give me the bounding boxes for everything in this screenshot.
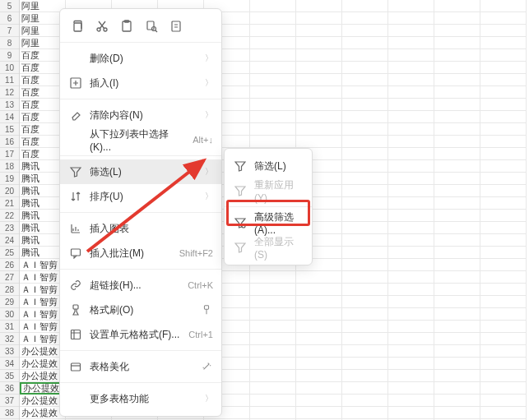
submenu-filter[interactable]: 筛选(L) (225, 154, 312, 178)
cell[interactable] (388, 271, 434, 284)
cell[interactable] (388, 210, 434, 222)
cell[interactable] (388, 222, 434, 234)
cell[interactable] (250, 123, 296, 136)
paste-icon[interactable] (118, 17, 136, 35)
menu-cell-format[interactable]: 设置单元格格式(F)... Ctrl+1 (60, 322, 221, 347)
cell[interactable] (296, 49, 342, 62)
cell[interactable] (250, 37, 296, 49)
cell[interactable] (480, 333, 527, 345)
menu-hyperlink[interactable]: 超链接(H)... Ctrl+K (60, 273, 221, 298)
cell[interactable] (296, 123, 342, 136)
cell[interactable] (296, 99, 342, 111)
cell[interactable] (388, 148, 434, 160)
cell[interactable] (388, 0, 434, 12)
cell[interactable] (342, 185, 388, 197)
cell[interactable] (434, 259, 480, 271)
submenu-show-all[interactable]: 全部显示(S) (225, 235, 312, 260)
cell[interactable] (296, 284, 342, 296)
cell[interactable] (342, 222, 388, 234)
row-header[interactable]: 13 (0, 99, 19, 111)
cell[interactable] (296, 271, 342, 284)
row-header[interactable]: 8 (0, 37, 19, 49)
cell[interactable] (388, 395, 434, 407)
cell[interactable] (388, 136, 434, 148)
cell[interactable] (480, 247, 527, 259)
submenu-reapply[interactable]: 重新应用(Y) (225, 178, 312, 203)
cell[interactable] (296, 111, 342, 123)
cell[interactable] (388, 407, 434, 419)
cell[interactable] (434, 99, 480, 111)
cell[interactable] (388, 358, 434, 370)
cell[interactable] (388, 99, 434, 111)
cell[interactable] (342, 37, 388, 49)
cell[interactable] (342, 395, 388, 407)
cell[interactable] (434, 37, 480, 49)
cell[interactable] (250, 25, 296, 37)
row-header[interactable]: 32 (0, 333, 19, 345)
cell[interactable] (480, 62, 527, 74)
cell[interactable] (296, 407, 342, 419)
cell[interactable] (434, 160, 480, 173)
row-header[interactable]: 34 (0, 358, 19, 370)
cell[interactable] (388, 308, 434, 321)
row-header[interactable]: 35 (0, 370, 19, 382)
cell[interactable] (250, 136, 296, 148)
cell[interactable] (250, 345, 296, 358)
cell[interactable] (388, 234, 434, 247)
row-header[interactable]: 37 (0, 395, 19, 407)
row-header[interactable]: 19 (0, 173, 19, 185)
cell[interactable] (434, 210, 480, 222)
cell[interactable] (434, 49, 480, 62)
cell[interactable] (434, 321, 480, 333)
cell[interactable] (296, 62, 342, 74)
cell[interactable] (388, 25, 434, 37)
cell[interactable] (480, 407, 527, 419)
cell[interactable] (342, 296, 388, 308)
cell[interactable] (388, 37, 434, 49)
menu-dropdown-select[interactable]: 从下拉列表中选择(K)... Alt+↓ (60, 127, 221, 152)
cell[interactable] (250, 407, 296, 419)
cell[interactable] (434, 185, 480, 197)
cell[interactable] (250, 321, 296, 333)
cell[interactable] (342, 173, 388, 185)
filter-submenu[interactable]: 筛选(L) 重新应用(Y) 高级筛选(A)... 全部显示(S) (224, 148, 313, 265)
menu-delete[interactable]: 删除(D) 〉 (60, 46, 221, 71)
cell[interactable] (434, 222, 480, 234)
cell[interactable] (388, 160, 434, 173)
cell[interactable] (480, 345, 527, 358)
cell[interactable] (250, 74, 296, 86)
row-header[interactable]: 6 (0, 12, 19, 25)
menu-insert[interactable]: 插入(I) 〉 (60, 71, 221, 95)
row-header[interactable]: 27 (0, 271, 19, 284)
cell[interactable] (434, 0, 480, 12)
cell[interactable] (434, 345, 480, 358)
cell[interactable] (250, 99, 296, 111)
cell[interactable] (388, 247, 434, 259)
cell[interactable] (480, 308, 527, 321)
cell[interactable] (434, 382, 480, 395)
menu-insert-comment[interactable]: 插入批注(M) Shift+F2 (60, 241, 221, 265)
cell[interactable] (250, 382, 296, 395)
cell[interactable] (250, 308, 296, 321)
cell[interactable] (434, 86, 480, 99)
row-header[interactable]: 25 (0, 247, 19, 259)
cell[interactable] (434, 173, 480, 185)
cell[interactable] (480, 25, 527, 37)
cell[interactable] (342, 333, 388, 345)
cell[interactable] (434, 358, 480, 370)
cell[interactable] (480, 382, 527, 395)
cell[interactable] (342, 234, 388, 247)
cell[interactable] (342, 308, 388, 321)
cell[interactable] (296, 86, 342, 99)
cell[interactable] (388, 185, 434, 197)
menu-format-painter[interactable]: 格式刷(O) (60, 298, 221, 322)
cell[interactable] (342, 382, 388, 395)
cell[interactable] (342, 345, 388, 358)
cell[interactable] (250, 62, 296, 74)
cell[interactable] (434, 12, 480, 25)
cell[interactable] (434, 234, 480, 247)
cell[interactable] (388, 370, 434, 382)
cell[interactable] (388, 62, 434, 74)
cell[interactable] (296, 25, 342, 37)
cell[interactable] (250, 111, 296, 123)
